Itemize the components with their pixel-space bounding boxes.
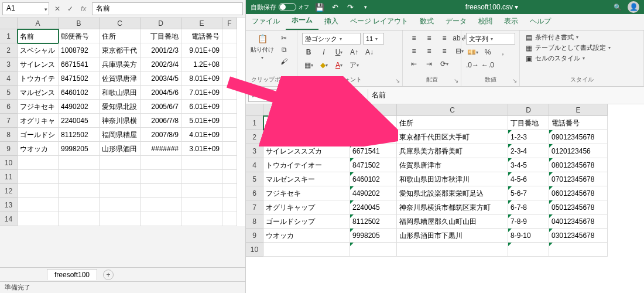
conditional-format-button[interactable]: ▤条件付き書式▾	[525, 33, 578, 42]
cell[interactable]	[549, 243, 608, 257]
cell[interactable]	[100, 198, 141, 212]
cell[interactable]: 6460102	[350, 172, 397, 186]
cell[interactable]: 東京都千代田区大手町	[397, 130, 508, 144]
row-header[interactable]: 6	[0, 100, 18, 114]
file-name[interactable]: freesoft100.csv ▾	[376, 3, 608, 11]
phonetic-button[interactable]: ア▾	[348, 60, 361, 70]
cell[interactable]: 6.01E+09	[181, 100, 222, 114]
align-middle-button[interactable]: ≡	[423, 33, 436, 43]
cell[interactable]: 8471502	[350, 158, 397, 172]
font-color-button[interactable]: A▾	[333, 60, 345, 70]
cell[interactable]: 福岡県糟屋郡久山町山田	[397, 214, 508, 229]
row-header[interactable]: 3	[246, 144, 263, 158]
save-icon[interactable]: 💾	[315, 2, 324, 12]
row-header[interactable]: 14	[0, 212, 18, 226]
cell[interactable]: 2007/8/9	[141, 128, 181, 142]
cell[interactable]: 名前	[263, 116, 350, 130]
redo-icon[interactable]: ↷	[345, 2, 355, 12]
cell[interactable]	[222, 142, 237, 156]
cell[interactable]: 8112502	[350, 214, 397, 229]
name-box[interactable]: A1▾	[2, 2, 49, 15]
cell[interactable]	[222, 212, 237, 226]
cell[interactable]	[18, 156, 59, 170]
ribbon-tab[interactable]: ファイル	[246, 13, 286, 30]
fill-color-button[interactable]: ◆▾	[317, 60, 330, 70]
cell[interactable]: 電話番号	[181, 29, 222, 43]
cell[interactable]: スペシャル	[18, 43, 59, 57]
cell[interactable]: 4490202	[59, 100, 100, 114]
cell[interactable]	[181, 198, 222, 212]
cell[interactable]	[222, 170, 237, 184]
ribbon-tab[interactable]: 表示	[498, 13, 524, 30]
cell[interactable]: 4490202	[350, 186, 397, 200]
cell[interactable]	[59, 212, 100, 226]
cell[interactable]: 山形県酒田市下黒川	[397, 229, 508, 243]
cell[interactable]: 山形県酒田	[100, 142, 141, 156]
cell[interactable]: 6671541	[59, 57, 100, 71]
cell[interactable]: 丁目番地	[508, 116, 549, 130]
cell[interactable]: フジキセキ	[18, 100, 59, 114]
cell[interactable]: 2006/7/8	[141, 114, 181, 128]
comma-button[interactable]: ,	[496, 47, 509, 57]
cell[interactable]: 2001/2/3	[141, 43, 181, 57]
undo-icon[interactable]: ↶	[330, 2, 340, 12]
row-header[interactable]: 1	[246, 116, 263, 130]
ribbon-tab[interactable]: 校閲	[472, 13, 498, 30]
decrease-font-button[interactable]: A↓	[363, 47, 376, 57]
cell[interactable]: 2002/3/4	[141, 57, 181, 71]
cell[interactable]	[222, 114, 237, 128]
cell[interactable]: 2240045	[59, 114, 100, 128]
cell[interactable]: 2004/5/6	[141, 86, 181, 100]
cell[interactable]: 9998205	[59, 142, 100, 156]
cell[interactable]: 郵便番号	[350, 116, 397, 130]
cell[interactable]	[222, 71, 237, 86]
cell[interactable]: #######	[141, 142, 181, 156]
dialog-launcher-icon[interactable]: ↘	[395, 77, 400, 84]
row-header[interactable]: 11	[0, 170, 18, 184]
cell[interactable]: スペシャルウィーク	[263, 130, 350, 144]
cell[interactable]: 03012345678	[549, 229, 608, 243]
cell[interactable]: 8471502	[59, 71, 100, 86]
increase-font-button[interactable]: A↑	[348, 47, 361, 57]
cell[interactable]: オグリキャ	[18, 114, 59, 128]
cell[interactable]: 神奈川県横	[100, 114, 141, 128]
cell[interactable]	[222, 156, 237, 170]
cell[interactable]: 6-7-8	[508, 200, 549, 214]
cell[interactable]: 09012345678	[549, 130, 608, 144]
row-header[interactable]: 3	[0, 57, 18, 71]
cell[interactable]	[18, 212, 59, 226]
cell[interactable]: 8.01E+09	[181, 71, 222, 86]
col-header-A[interactable]: A	[18, 18, 59, 29]
cell[interactable]: 丁目番地	[141, 29, 181, 43]
sheet-tab[interactable]: freesoft100	[47, 269, 97, 280]
cell[interactable]: 5.01E+09	[181, 114, 222, 128]
cell[interactable]: 住所	[397, 116, 508, 130]
align-center-button[interactable]: ≡	[423, 46, 436, 56]
align-right-button[interactable]: ≡	[438, 46, 451, 56]
cell[interactable]	[508, 243, 549, 257]
cell[interactable]: 愛知県北設楽郡東栄町足込	[397, 186, 508, 200]
toggle-icon[interactable]	[279, 3, 296, 11]
cell[interactable]	[181, 170, 222, 184]
align-bottom-button[interactable]: ≡	[438, 33, 451, 43]
cell[interactable]	[100, 184, 141, 198]
bold-button[interactable]: B	[302, 47, 315, 57]
cell-styles-button[interactable]: ▣セルのスタイル▾	[525, 54, 585, 63]
align-top-button[interactable]: ≡	[407, 33, 420, 43]
cell[interactable]: 9998205	[350, 229, 397, 243]
underline-button[interactable]: U▾	[333, 47, 345, 57]
chevron-down-icon[interactable]: ▾	[44, 6, 47, 12]
cell[interactable]: 07012345678	[549, 172, 608, 186]
font-size-select[interactable]: 11▾	[363, 33, 384, 45]
ribbon-tab[interactable]: ホーム	[286, 12, 318, 30]
cell[interactable]: 6460102	[59, 86, 100, 100]
cell[interactable]	[59, 198, 100, 212]
cell[interactable]: マルゼンス	[18, 86, 59, 100]
col-header-C[interactable]: C	[100, 18, 141, 29]
cell[interactable]	[222, 43, 237, 57]
format-as-table-button[interactable]: ▦テーブルとして書式設定▾	[525, 43, 611, 52]
cell[interactable]: 郵便番号	[59, 29, 100, 43]
border-button[interactable]: ▦▾	[302, 60, 315, 70]
accounting-format-button[interactable]: 💴▾	[466, 47, 479, 57]
cell[interactable]	[222, 128, 237, 142]
